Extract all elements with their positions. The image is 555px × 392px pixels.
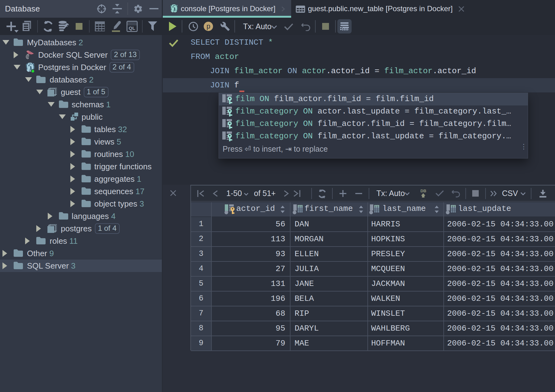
svg-text:DB: DB bbox=[420, 189, 426, 193]
svg-text:QL: QL bbox=[129, 25, 135, 31]
